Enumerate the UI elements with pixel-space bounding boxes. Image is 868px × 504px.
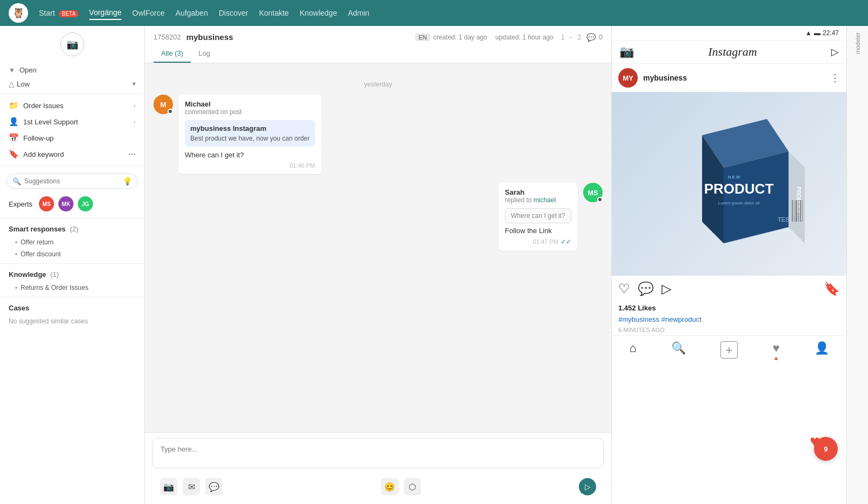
expert-mk[interactable]: MK [58,196,74,211]
sarah-text: Follow the Link [505,227,571,235]
ticket-meta-created: created: 1 day ago [433,34,487,41]
svg-rect-11 [796,200,797,222]
sarah-avatar: MS [583,183,603,202]
ig-post-header: MY mybusiness ⋮ [612,64,846,92]
status-icons: ▲ ▬ 22:47 [805,29,839,37]
page-1: 1 [561,34,565,41]
ig-send-icon[interactable]: ▷ [831,46,839,58]
ig-nav-profile[interactable]: 👤 [814,341,829,359]
ticket-name: mybusiness [186,32,233,42]
nav-item-kontakte[interactable]: Kontakte [259,6,289,19]
dot-icon-3 [15,287,17,289]
ig-more-icon[interactable]: ⋮ [830,72,840,84]
ticket-header: 1758202 mybusiness EN created: 1 day ago… [145,26,611,63]
ig-hashtag-newproduct[interactable]: #newproduct [662,315,702,323]
time-display: 22:47 [823,29,839,37]
expert-ms[interactable]: MS [39,196,54,211]
ig-bookmark-icon[interactable]: 🔖 [824,281,840,296]
reply-to-link[interactable]: michael [533,196,556,204]
modeler-button[interactable]: modeler [854,32,861,54]
ig-hashtag-mybusiness[interactable]: #mybusiness [618,315,659,323]
arrow-left-icon: ← [568,34,575,41]
compose-emoji-btn[interactable]: 😊 [381,478,398,495]
compose-toolbar: 📷 ✉ 💬 😊 ⬡ ▷ [152,475,604,499]
sarah-sender: Sarah [505,188,571,196]
tab-alle[interactable]: Alle (3) [153,45,191,63]
follow-up-label: Follow-up [23,134,136,142]
ig-nav-dot [774,357,777,360]
michael-text: Where can I get it? [185,151,315,159]
nav-item-vorgange[interactable]: Vorgänge [89,6,122,20]
nav-item-admin[interactable]: Admin [348,6,370,19]
sidebar-item-order-issues[interactable]: 📁 Order Issues › [0,97,144,114]
content-area: 1758202 mybusiness EN created: 1 day ago… [145,26,611,504]
sidebar-item-first-level[interactable]: 👤 1st Level Support › [0,114,144,130]
svg-marker-2 [724,151,789,243]
ig-nav-home[interactable]: ⌂ [629,341,636,359]
dot-icon-1 [15,241,17,243]
priority-dropdown[interactable]: ▾ [132,80,136,88]
ig-nav-heart[interactable]: ♥ [772,341,779,359]
sidebar: 📷 ▼ Open △ Low ▾ 📁 Order Issues › 👤 1st … [0,26,145,504]
sidebar-item-follow-up[interactable]: 📅 Follow-up [0,130,144,146]
keyword-more-icon[interactable]: ••• [128,150,136,158]
michael-avatar: M [153,95,173,114]
nav-item-aufgaben[interactable]: Aufgaben [176,6,208,19]
search-input[interactable] [24,177,119,185]
lightbulb-icon[interactable]: 💡 [123,177,132,185]
top-navigation: 🦉 Start BETA Vorgänge OwlForce Aufgaben … [0,0,868,26]
calendar-icon: 📅 [9,133,19,143]
smart-response-offer-discount[interactable]: Offer discount [0,248,144,260]
suggestions-search-bar[interactable]: 🔍 💡 [6,174,138,189]
post-title: mybusiness Instagram [190,124,310,132]
order-issues-label: Order Issues [23,102,129,110]
expert-jg[interactable]: JG [78,196,93,211]
svg-rect-12 [798,200,799,222]
date-separator: yesterday [153,81,603,88]
sarah-avatar-dot [597,197,603,202]
open-dropdown[interactable]: ▼ Open [0,63,144,77]
nav-item-discover[interactable]: Discover [219,6,248,19]
svg-text:NEW: NEW [728,175,742,180]
compose-email-btn[interactable]: ✉ [183,478,200,495]
ig-username[interactable]: mybusiness [643,74,825,82]
cases-empty-text: No suggested similar cases [0,315,144,327]
ig-comment-icon[interactable]: 💬 [638,281,654,296]
knowledge-item-returns[interactable]: Returns & Order Issues [0,282,144,294]
ig-share-icon[interactable]: ▷ [662,281,671,296]
ig-camera-icon[interactable]: 📷 [619,45,634,59]
notification-badge[interactable]: ♥ 9 [814,437,838,461]
sidebar-item-add-keyword[interactable]: 🔖 Add keyword ••• [0,146,144,162]
compose-area: 📷 ✉ 💬 😊 ⬡ ▷ [145,432,611,504]
phone-status-bar: ▲ ▬ 22:47 [612,26,846,41]
svg-rect-14 [802,200,803,222]
compose-template-btn[interactable]: ⬡ [404,478,421,495]
divider-5 [0,297,144,297]
svg-rect-13 [800,200,801,222]
compose-input[interactable] [152,438,604,468]
experts-row: Experts MS MK JG [0,193,144,215]
smart-response-offer-return[interactable]: Offer return [0,236,144,248]
message-michael: M Michael commented on post mybusiness I… [153,95,478,174]
nav-item-knowledge[interactable]: Knowledge [299,6,337,19]
compose-instagram-btn[interactable]: 📷 [160,478,177,495]
ig-likes: 1.452 Likes [612,302,846,314]
notification-count: 9 [824,445,827,453]
compose-send-button[interactable]: ▷ [579,478,596,495]
post-text: Best product we have, now you can order [190,135,310,142]
ticket-title-row: 1758202 mybusiness EN created: 1 day ago… [153,32,603,42]
page-2: 2 [578,34,582,41]
ig-nav-search[interactable]: 🔍 [671,341,686,359]
ig-nav-add[interactable]: ＋ [720,341,738,359]
svg-text:PRODUCT: PRODUCT [704,181,774,197]
divider-4 [0,263,144,264]
ig-topbar: 📷 Instagram ▷ [612,41,846,64]
ig-like-icon[interactable]: ♡ [618,281,630,296]
user-avatar: 📷 [61,32,84,56]
nav-item-start[interactable]: Start BETA [39,6,78,19]
nav-item-owlforce[interactable]: OwlForce [132,6,165,19]
compose-chat-btn[interactable]: 💬 [205,478,223,495]
tab-log[interactable]: Log [191,45,218,63]
knowledge-header: Knowledge (1) [0,267,144,282]
reply-quote: Where can I get it? [505,208,571,223]
